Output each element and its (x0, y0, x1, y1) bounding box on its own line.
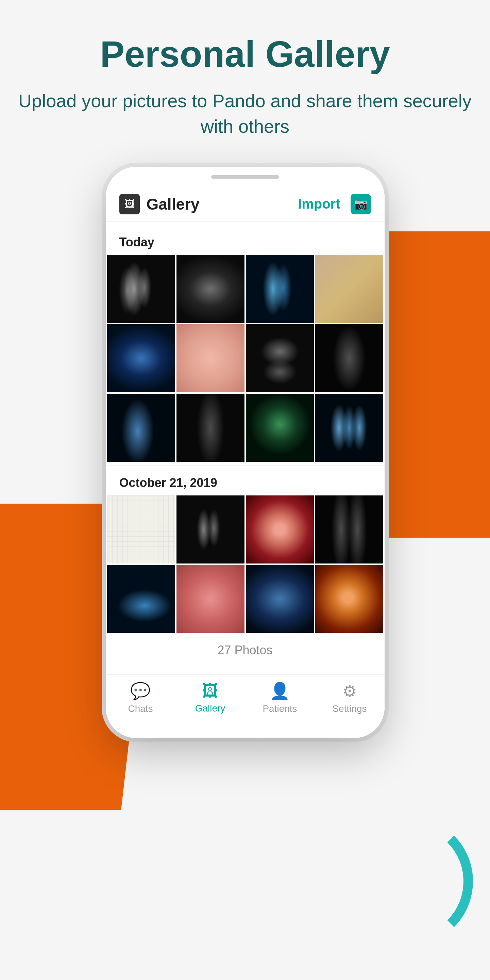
xray-hand-image-1 (107, 255, 175, 323)
skin-photo-1 (176, 324, 244, 392)
gallery-content: Today (106, 221, 385, 675)
phone-top-bar (106, 167, 385, 187)
page-header: Personal Gallery Upload your pictures to… (0, 0, 490, 160)
image-cell[interactable] (246, 324, 314, 392)
xray-spine-image-2 (176, 394, 244, 462)
image-cell[interactable] (176, 495, 244, 563)
image-cell[interactable] (176, 324, 244, 392)
xray-hand-blue-image-2 (315, 394, 383, 462)
xray-hand-blue-image (246, 255, 314, 323)
page-subtitle: Upload your pictures to Pando and share … (0, 88, 490, 140)
chats-icon: 💬 (130, 682, 151, 701)
photo-count: 27 Photos (106, 633, 385, 668)
phone-mockup: 🖼 Gallery Import 📷 Today (0, 167, 490, 738)
app-header: 🖼 Gallery Import 📷 (106, 187, 385, 221)
xray-chest-image-1 (176, 255, 244, 323)
image-cell[interactable] (176, 255, 244, 323)
section-separator (106, 465, 385, 466)
skin-photo-2 (176, 565, 244, 633)
page-title: Personal Gallery (0, 34, 490, 75)
xray-foot-image (107, 565, 175, 633)
nav-item-gallery[interactable]: 🖼 Gallery (176, 682, 245, 714)
image-cell[interactable] (176, 565, 244, 633)
image-cell[interactable] (107, 565, 175, 633)
gallery-icon: 🖼 (119, 194, 140, 215)
date-label-oct: October 21, 2019 (106, 469, 385, 495)
image-cell[interactable] (246, 565, 314, 633)
xray-knee-image (246, 324, 314, 392)
image-cell[interactable] (315, 394, 383, 462)
image-cell[interactable] (246, 255, 314, 323)
app-title: Gallery (147, 195, 298, 213)
image-cell[interactable] (315, 255, 383, 323)
image-cell[interactable] (107, 255, 175, 323)
phone-bottom-bar (106, 724, 385, 738)
oct-image-grid (106, 495, 385, 633)
xray-skull-image (246, 394, 314, 462)
settings-icon: ⚙ (343, 682, 357, 701)
nav-item-chats[interactable]: 💬 Chats (106, 682, 176, 714)
xray-chest-blue-image (107, 324, 175, 392)
image-cell[interactable] (246, 495, 314, 563)
nav-item-patients[interactable]: 👤 Patients (245, 682, 315, 714)
settings-label: Settings (332, 703, 366, 714)
today-image-grid (106, 255, 385, 462)
xray-chest-image-2 (246, 565, 314, 633)
phone-notch (211, 175, 279, 179)
xray-spine-image-1 (315, 324, 383, 392)
camera-icon: 📷 (354, 198, 368, 211)
xray-hand-image-3 (176, 495, 244, 563)
chats-label: Chats (128, 703, 153, 714)
image-cell[interactable] (107, 495, 175, 563)
bg-decoration-teal-arc (344, 817, 473, 946)
eye-photo (315, 565, 383, 633)
xray-legs-image (315, 495, 383, 563)
image-cell[interactable] (246, 394, 314, 462)
gallery-nav-icon: 🖼 (202, 682, 218, 700)
endoscopy-photo (246, 495, 314, 563)
bottom-nav: 💬 Chats 🖼 Gallery 👤 Patients ⚙ Settings (106, 675, 385, 724)
gallery-label: Gallery (195, 703, 225, 714)
image-cell[interactable] (176, 394, 244, 462)
patients-label: Patients (263, 703, 297, 714)
date-label-today: Today (106, 228, 385, 255)
image-cell[interactable] (107, 324, 175, 392)
phone-frame: 🖼 Gallery Import 📷 Today (106, 167, 385, 738)
ecg-chart-image (107, 495, 175, 563)
image-cell[interactable] (315, 324, 383, 392)
medical-photo-1 (315, 255, 383, 323)
patients-icon: 👤 (270, 682, 290, 701)
image-cell[interactable] (315, 565, 383, 633)
image-cell[interactable] (315, 495, 383, 563)
xray-neck-blue-image (107, 394, 175, 462)
import-button[interactable]: Import (298, 196, 340, 212)
nav-item-settings[interactable]: ⚙ Settings (315, 682, 385, 714)
camera-button[interactable]: 📷 (350, 194, 371, 215)
image-cell[interactable] (107, 394, 175, 462)
